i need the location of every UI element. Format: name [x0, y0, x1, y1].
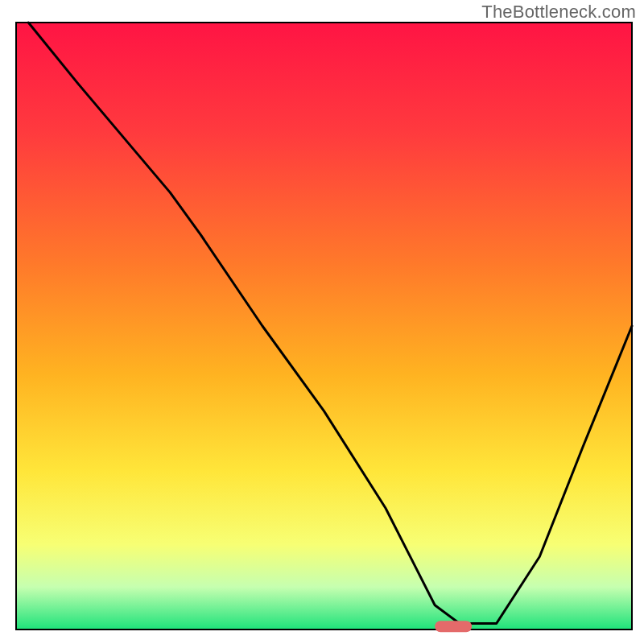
gradient-background — [16, 23, 632, 630]
watermark-text: TheBottleneck.com — [481, 2, 636, 23]
chart-container: { "watermark": "TheBottleneck.com", "cha… — [0, 0, 644, 644]
optimal-range-marker — [435, 621, 472, 632]
bottleneck-chart — [0, 0, 644, 644]
